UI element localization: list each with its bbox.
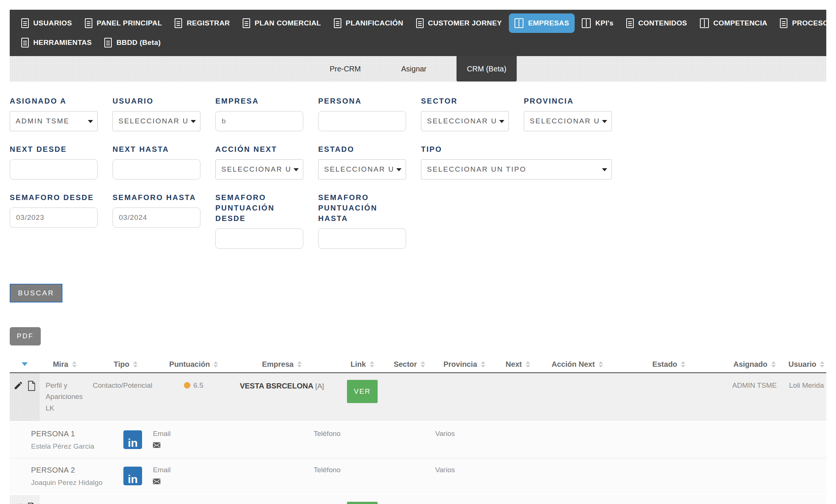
column-header-accion-next[interactable]: Acción Next xyxy=(539,360,615,369)
next-cell xyxy=(497,373,539,421)
nav-item-usuarios[interactable]: USUARIOS xyxy=(16,13,78,33)
filter-label: USUARIO xyxy=(113,96,200,106)
puntuacion-cell: 8 xyxy=(162,495,226,504)
column-header-estado[interactable]: Estado xyxy=(615,360,722,369)
nav-item-herramientas[interactable]: HERRAMIENTAS xyxy=(16,33,97,52)
column-header-mira[interactable]: Mira xyxy=(40,360,90,369)
nav-item-customer-jorney[interactable]: CUSTOMER JORNEY xyxy=(411,13,508,33)
chevron-down-icon xyxy=(88,120,93,123)
buscar-button[interactable]: BUSCAR xyxy=(10,284,62,302)
nav-label: REGISTRAR xyxy=(187,19,230,27)
file-text-icon xyxy=(626,18,634,28)
next-desde-input[interactable] xyxy=(10,159,98,179)
column-header-puntuacion[interactable]: Puntuación xyxy=(162,360,226,369)
edit-pencil-icon[interactable] xyxy=(13,381,23,394)
semaforo-dot-icon xyxy=(184,382,190,388)
nav-item-empresas[interactable]: EMPRESAS xyxy=(509,13,575,33)
ver-button[interactable]: VER xyxy=(347,380,377,403)
file-text-icon xyxy=(21,38,29,47)
tab-pre-crm[interactable]: Pre-CRM xyxy=(319,56,371,82)
nav-label: COMPETENCIA xyxy=(713,19,768,27)
filter-label: NEXT DESDE xyxy=(10,144,98,154)
nav-item-procesos[interactable]: PROCESOS xyxy=(774,13,836,33)
nav-label: HERRAMIENTAS xyxy=(33,39,92,47)
filter-row-1: ASIGNADO A ADMIN TSME USUARIO SELECCIONA… xyxy=(10,96,826,131)
filter-row-2: NEXT DESDE NEXT HASTA ACCIÓN NEXT SELECC… xyxy=(10,144,826,179)
asignado-a-select[interactable]: ADMIN TSME xyxy=(10,111,98,131)
pdf-button[interactable]: PDF xyxy=(10,327,41,345)
filter-label: ACCIÓN NEXT xyxy=(215,144,303,154)
nav-row-2: HERRAMIENTAS BBDD (Beta) xyxy=(16,33,820,52)
usuario-select[interactable]: SELECCIONAR UN U xyxy=(113,111,200,131)
nav-label: EMPRESAS xyxy=(528,19,569,27)
sector-select[interactable]: SELECCIONAR UN S xyxy=(421,111,509,131)
filter-asignado-a: ASIGNADO A ADMIN TSME xyxy=(10,96,98,131)
column-header-sector[interactable]: Sector xyxy=(387,360,432,369)
column-header-next[interactable]: Next xyxy=(497,360,539,369)
nav-item-competencia[interactable]: COMPETENCIA xyxy=(694,13,773,33)
semaforo-desde-input[interactable] xyxy=(10,208,98,228)
estado-cell xyxy=(615,373,722,421)
link-cell: VER xyxy=(338,373,387,421)
chevron-down-icon xyxy=(293,168,299,171)
spacer xyxy=(10,466,31,494)
filter-accion-next: ACCIÓN NEXT SELECCIONAR UNA xyxy=(215,144,303,179)
column-header-provincia[interactable]: Provincia xyxy=(432,360,497,369)
table-row-persona-1: PERSONA 1 Estela Pérez Garcia in Email T… xyxy=(10,422,826,458)
file-text-icon xyxy=(416,18,424,28)
linkedin-icon[interactable]: in xyxy=(123,467,142,485)
sort-icon xyxy=(820,361,824,368)
column-header-usuario[interactable]: Usuario xyxy=(787,360,826,369)
sort-icon xyxy=(421,361,425,368)
semaforo-puntuacion-hasta-input[interactable] xyxy=(318,228,406,249)
nav-item-registrar[interactable]: REGISTRAR xyxy=(169,13,236,33)
empresa-input[interactable] xyxy=(215,111,303,131)
persona-name-cell: PERSONA 1 Estela Pérez Garcia xyxy=(31,430,123,458)
column-header-empresa[interactable]: Empresa xyxy=(226,360,338,369)
semaforo-puntuacion-desde-input[interactable] xyxy=(215,228,303,249)
varios-cell: Varios xyxy=(435,466,826,494)
sort-icon xyxy=(681,361,685,368)
nav-item-kpis[interactable]: KPI's xyxy=(576,13,619,33)
next-hasta-input[interactable] xyxy=(113,159,200,179)
accion-next-cell xyxy=(539,495,615,504)
filter-semaforo-puntuacion-hasta: SEMAFORO PUNTUACIÓN HASTA xyxy=(318,192,406,249)
filter-tipo: TIPO SELECCIONAR UN TIPO xyxy=(421,144,612,179)
nav-item-planificacion[interactable]: PLANIFICACIÓN xyxy=(328,13,409,33)
filter-label: SECTOR xyxy=(421,96,509,106)
tipo-select[interactable]: SELECCIONAR UN TIPO xyxy=(421,159,612,179)
column-header-sort[interactable] xyxy=(10,362,40,366)
tab-crm-beta[interactable]: CRM (Beta) xyxy=(457,56,517,82)
provincia-select[interactable]: SELECCIONAR UNA xyxy=(524,111,612,131)
nav-item-plan-comercial[interactable]: PLAN COMERCIAL xyxy=(237,13,327,33)
linkedin-icon[interactable]: in xyxy=(123,430,142,449)
email-envelope-icon[interactable] xyxy=(153,478,160,486)
edit-pencil-icon[interactable] xyxy=(13,503,23,504)
nav-label: CUSTOMER JORNEY xyxy=(428,19,502,27)
columns-icon xyxy=(514,18,523,28)
ver-button[interactable]: VER xyxy=(347,502,377,504)
spacer xyxy=(10,430,31,458)
estado-cell xyxy=(615,495,722,504)
column-header-asignado[interactable]: Asignado xyxy=(722,360,787,369)
filter-label: EMPRESA xyxy=(215,96,303,106)
estado-select[interactable]: SELECCIONAR UN E xyxy=(318,159,406,179)
nav-item-panel-principal[interactable]: PANEL PRINCIPAL xyxy=(79,13,168,33)
nav-item-bbdd-beta[interactable]: BBDD (Beta) xyxy=(99,33,166,52)
pdf-file-icon[interactable] xyxy=(27,381,36,394)
filter-empresa: EMPRESA xyxy=(215,96,303,131)
accion-next-select[interactable]: SELECCIONAR UNA xyxy=(215,159,303,179)
tab-asignar[interactable]: Asignar xyxy=(391,56,437,82)
sector-cell xyxy=(387,373,432,421)
column-header-tipo[interactable]: Tipo xyxy=(90,360,162,369)
nav-item-contenidos[interactable]: CONTENIDOS xyxy=(621,13,693,33)
tipo-cell: Contacto/Potencial xyxy=(90,373,162,421)
filter-label: ESTADO xyxy=(318,144,406,154)
pdf-file-icon[interactable] xyxy=(27,503,36,504)
email-envelope-icon[interactable] xyxy=(153,442,160,450)
semaforo-hasta-input[interactable] xyxy=(113,208,200,228)
persona-input[interactable] xyxy=(318,111,406,131)
file-text-icon xyxy=(104,38,112,47)
usuario-cell: ADMIN TSME xyxy=(787,495,826,504)
column-header-link[interactable]: Link xyxy=(338,360,387,369)
